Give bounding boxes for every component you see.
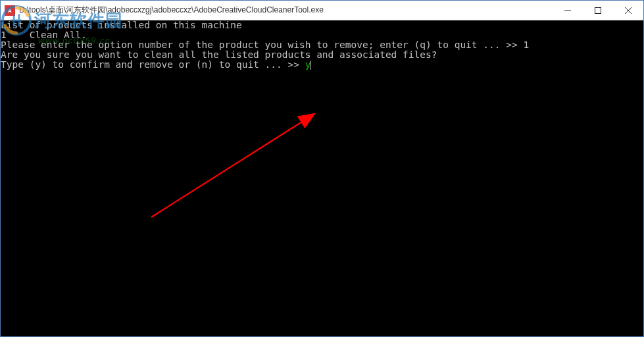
close-button[interactable] — [613, 1, 643, 20]
svg-text:A: A — [8, 8, 12, 14]
window-controls — [553, 1, 643, 20]
maximize-button[interactable] — [583, 1, 613, 20]
maximize-icon — [595, 7, 601, 14]
svg-rect-3 — [595, 7, 601, 13]
console-area[interactable]: List of products installed on this machi… — [1, 20, 643, 336]
titlebar[interactable]: A D:\tools\桌面\河东软件园\adobeccxzgj\adobeccx… — [1, 1, 643, 20]
user-input: y — [305, 59, 311, 70]
prompt-text: Type (y) to confirm and remove or (n) to… — [1, 59, 305, 70]
close-icon — [625, 7, 632, 14]
window-title: D:\tools\桌面\河东软件园\adobeccxzgj\adobeccxz\… — [19, 5, 553, 16]
console-line: List of products installed on this machi… — [1, 20, 643, 30]
console-line: Are you sure you want to clean all the l… — [1, 50, 643, 60]
console-line: 1 Clean All. — [1, 30, 643, 40]
minimize-button[interactable] — [553, 1, 583, 20]
minimize-icon — [564, 7, 571, 14]
app-window: A D:\tools\桌面\河东软件园\adobeccxzgj\adobeccx… — [0, 0, 644, 337]
console-line: Type (y) to confirm and remove or (n) to… — [1, 60, 643, 70]
cursor — [310, 61, 311, 70]
app-icon: A — [5, 5, 15, 16]
console-line: Please enter the option number of the pr… — [1, 40, 643, 50]
